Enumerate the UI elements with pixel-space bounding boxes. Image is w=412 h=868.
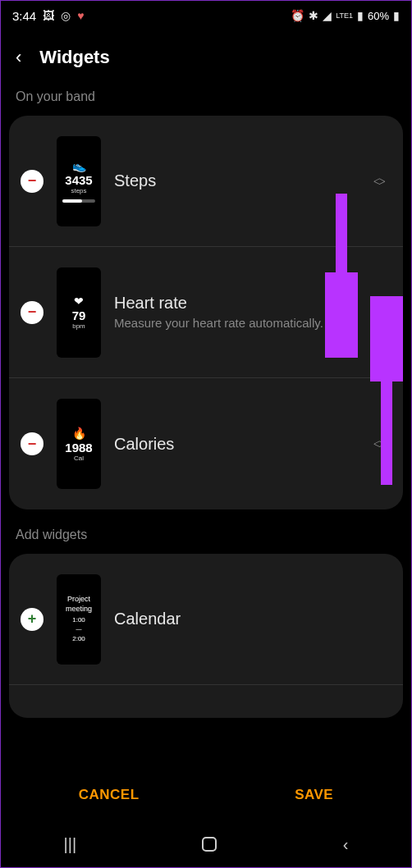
section-add-widgets-label: Add widgets — [1, 528, 411, 554]
cancel-button[interactable]: CANCEL — [79, 787, 140, 803]
widget-thumbnail-calories: 🔥 1988 Cal — [57, 399, 101, 489]
flame-icon: 🔥 — [72, 427, 86, 440]
recents-button[interactable]: ||| — [64, 835, 77, 854]
navigation-bar: ||| ‹ — [1, 821, 411, 867]
status-bar: 3:44 🖼 ◎ ♥ ⏰ ✱ ◢ LTE1 ▮ 60% ▮ — [1, 1, 411, 30]
widget-row-heart-rate: − ❤ 79 bpm Heart rate Measure your heart… — [9, 247, 403, 378]
shoe-icon: 👟 — [72, 159, 86, 172]
back-button[interactable]: ‹ — [16, 47, 21, 68]
status-time: 3:44 — [12, 9, 36, 23]
bottom-actions: CANCEL SAVE — [1, 769, 411, 821]
thumb-event: Project meeting — [58, 595, 99, 614]
thumb-unit: bpm — [72, 322, 85, 330]
add-button[interactable]: + — [21, 608, 43, 631]
thumb-unit: steps — [71, 187, 86, 194]
widget-title: Heart rate — [114, 294, 355, 313]
widget-row-calories: − 🔥 1988 Cal Calories ︿﹀ — [9, 378, 403, 509]
thumb-time-end: 2:00 — [72, 635, 85, 643]
thumb-value: 1988 — [65, 441, 92, 454]
battery-text: 60% — [368, 10, 389, 22]
on-band-card: − 👟 3435 steps Steps ︿﹀ − ❤ 79 bpm Heart… — [9, 116, 403, 509]
section-on-band-label: On your band — [1, 89, 411, 116]
home-button[interactable] — [202, 837, 217, 852]
add-widgets-card: + Project meeting 1:00 — 2:00 Calendar — [9, 554, 403, 718]
drag-handle[interactable]: ︿﹀ — [369, 437, 391, 450]
battery-icon: ▮ — [393, 9, 400, 22]
heart-icon: ♥ — [77, 9, 84, 22]
volte-icon: LTE1 — [336, 11, 353, 20]
alarm-icon: ⏰ — [291, 9, 304, 22]
heart-rate-icon: ❤ — [74, 295, 84, 308]
nav-back-button[interactable]: ‹ — [343, 835, 349, 854]
remove-button[interactable]: − — [21, 432, 43, 455]
widget-subtitle: Measure your heart rate automatically. — [114, 315, 355, 331]
circle-icon: ◎ — [61, 9, 71, 22]
remove-button[interactable]: − — [21, 301, 43, 324]
thumb-unit: Cal — [74, 455, 84, 462]
widget-thumbnail-calendar: Project meeting 1:00 — 2:00 — [57, 574, 101, 665]
widget-thumbnail-heart-rate: ❤ 79 bpm — [57, 267, 101, 358]
bluetooth-icon: ✱ — [309, 9, 318, 22]
wifi-icon: ◢ — [323, 9, 332, 22]
save-button[interactable]: SAVE — [295, 787, 333, 803]
signal-icon: ▮ — [357, 9, 364, 22]
remove-button[interactable]: − — [21, 170, 43, 193]
widget-row-steps: − 👟 3435 steps Steps ︿﹀ — [9, 116, 403, 247]
progress-bar — [62, 199, 95, 203]
header: ‹ Widgets — [1, 30, 411, 89]
widget-title: Calendar — [114, 610, 391, 628]
widget-title: Steps — [114, 171, 355, 190]
thumb-time-start: 1:00 — [72, 616, 85, 624]
image-icon: 🖼 — [43, 9, 54, 22]
drag-handle[interactable]: ︿﹀ — [369, 175, 391, 188]
widget-title: Calories — [114, 435, 355, 454]
thumb-value: 79 — [72, 309, 86, 322]
drag-handle[interactable]: ︿﹀ — [369, 306, 391, 319]
widget-row-calendar: + Project meeting 1:00 — 2:00 Calendar — [9, 554, 403, 685]
widget-thumbnail-steps: 👟 3435 steps — [57, 136, 101, 226]
page-title: Widgets — [39, 47, 109, 68]
thumb-value: 3435 — [65, 174, 92, 186]
widget-row-more — [9, 685, 403, 718]
